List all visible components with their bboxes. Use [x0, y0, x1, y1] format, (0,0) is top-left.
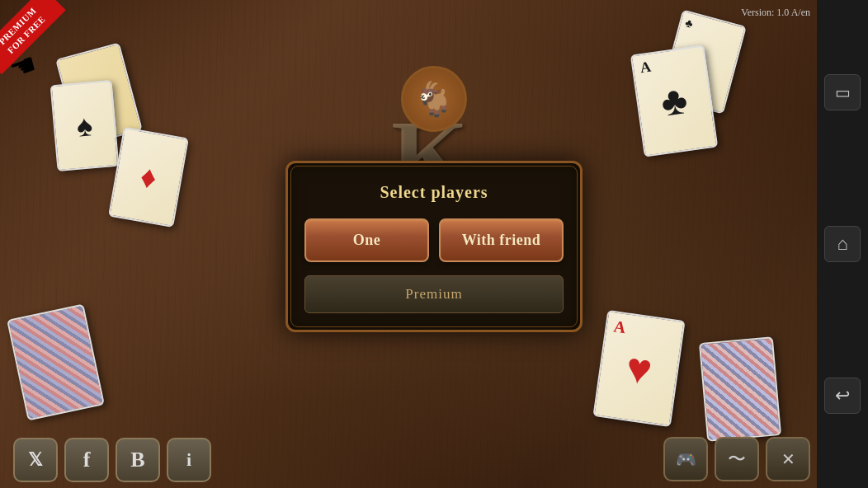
wave-button[interactable]: 〜	[715, 437, 759, 481]
gamepad-button[interactable]: 🎮	[663, 437, 708, 481]
select-players-dialog: Select players One With friend Premium	[285, 161, 583, 332]
tools-button[interactable]: ✕	[766, 437, 810, 481]
home-button[interactable]: ⌂	[824, 226, 861, 262]
blog-button[interactable]: B	[116, 438, 160, 482]
facebook-icon: f	[83, 448, 91, 472]
gamepad-icon: 🎮	[676, 449, 696, 469]
player-buttons-group: One With friend	[304, 218, 564, 262]
tools-icon: ✕	[781, 449, 795, 469]
screen-icon: ▭	[835, 82, 851, 102]
info-icon: i	[186, 449, 191, 471]
right-bottom-buttons: 🎮 〜 ✕	[663, 437, 810, 481]
screen-button[interactable]: ▭	[824, 74, 861, 110]
sidebar: ▭ ⌂ ↩	[817, 0, 868, 488]
twitter-icon: 𝕏	[28, 449, 43, 471]
facebook-button[interactable]: f	[64, 438, 109, 482]
twitter-button[interactable]: 𝕏	[13, 438, 58, 482]
blog-icon: B	[130, 448, 144, 472]
title-area: 🐐	[401, 66, 467, 124]
premium-button[interactable]: Premium	[304, 275, 564, 313]
with-friend-button[interactable]: With friend	[439, 218, 564, 262]
goat-logo: 🐐	[401, 66, 467, 132]
back-button[interactable]: ↩	[824, 378, 861, 414]
version-text: Version: 1.0 A/en	[741, 7, 810, 19]
card-ace-hearts: ♥	[592, 310, 685, 427]
info-button[interactable]: i	[167, 438, 211, 482]
dialog-title: Select players	[304, 183, 564, 202]
back-icon: ↩	[835, 385, 850, 406]
card-ace-clubs: ♣	[630, 45, 719, 157]
card-spade: ♠	[50, 80, 120, 171]
goat-icon: 🐐	[401, 66, 467, 132]
home-icon: ⌂	[837, 233, 847, 255]
wave-icon: 〜	[728, 447, 746, 472]
card-plaid-bottom-right	[699, 336, 781, 441]
one-player-button[interactable]: One	[304, 218, 429, 262]
